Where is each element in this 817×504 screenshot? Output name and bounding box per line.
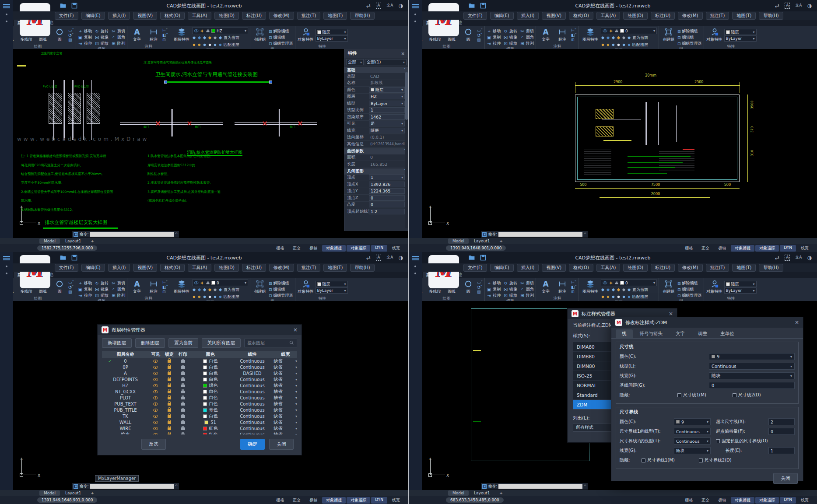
field-select[interactable]: 9▾	[709, 353, 795, 360]
visible-icon[interactable]	[153, 433, 158, 435]
region-tool-icon[interactable]: ◧˅	[571, 33, 577, 37]
object-properties-button[interactable]: 对象特性	[706, 27, 723, 42]
lock-icon[interactable]	[168, 366, 171, 369]
lock-icon[interactable]	[168, 427, 171, 430]
layer-lineweight[interactable]: 缺省▾	[274, 431, 297, 434]
status-toggle[interactable]: 正交	[698, 245, 713, 252]
print-icon[interactable]	[181, 366, 185, 369]
layer-row[interactable]: PLOT白色Continuous缺省▾	[102, 395, 297, 401]
status-toggle[interactable]: 正交	[289, 245, 305, 252]
lock-icon[interactable]	[168, 372, 171, 375]
tool-modify[interactable]: ＋移动	[487, 28, 501, 34]
layer-color-cell[interactable]: 白色	[190, 388, 231, 395]
layer-linetype[interactable]: Continuous	[231, 432, 274, 435]
ellipse-tool-icon[interactable]: ◔˅	[477, 285, 483, 289]
selection-filter-select[interactable]: 全部(1)▾	[365, 59, 407, 65]
layer-color-cell[interactable]: 白色	[190, 413, 231, 419]
hatch-tool-icon[interactable]: ▨	[68, 290, 74, 294]
command-expand-icon[interactable]: ^	[175, 484, 178, 488]
layer-properties-button[interactable]: 图层特性	[172, 27, 191, 42]
menu-item[interactable]: 批注(T)	[706, 12, 729, 20]
print-icon[interactable]	[181, 409, 185, 412]
layer-tool-icon[interactable]	[197, 36, 201, 40]
object-properties-button[interactable]: 对象特性	[706, 279, 723, 294]
layer-tool-icon[interactable]	[208, 36, 212, 40]
tool-modify[interactable]: ◜圆角	[111, 287, 125, 292]
property-value[interactable]: 是▾	[369, 121, 405, 126]
table-tool-icon[interactable]: ⊞	[162, 290, 168, 294]
layer-row[interactable]: 给水红色Continuous缺省▾	[102, 431, 297, 434]
layer-tool-icon[interactable]	[203, 36, 207, 40]
layer-row[interactable]: A白色DASHED缺省▾	[102, 370, 297, 376]
object-properties-button[interactable]: 对象特性	[297, 279, 315, 294]
tool-modify[interactable]: ◜圆角	[520, 287, 534, 292]
property-value[interactable]: 随层▾	[369, 128, 405, 133]
group-tool[interactable]: ⊟编组管理器	[269, 293, 293, 298]
select-text-icon[interactable]: A	[785, 255, 790, 261]
lock-icon[interactable]	[168, 415, 171, 418]
layer-tool-icon[interactable]	[617, 43, 621, 47]
dialog-tab[interactable]: 主单位	[714, 329, 740, 338]
status-toggle[interactable]: 极轴	[714, 245, 730, 252]
property-value[interactable]: 1.2	[369, 209, 405, 214]
layer-select[interactable]: 0▾	[192, 280, 248, 286]
command-input[interactable]	[498, 484, 582, 489]
sync-icon[interactable]: ⇄	[366, 3, 371, 9]
tool-modify[interactable]: ⊡缩放	[503, 293, 517, 298]
layer-tool-icon[interactable]	[606, 43, 610, 47]
menu-item[interactable]: 文件(F)	[463, 12, 487, 20]
set-current-layer-button[interactable]: 置为当前	[224, 35, 239, 41]
select-text-icon[interactable]: A	[785, 3, 790, 9]
layer-lineweight[interactable]: 缺省▾	[274, 395, 297, 401]
layer-tool-icon[interactable]	[218, 288, 222, 292]
set-current-layer-button[interactable]: 置为当前	[632, 287, 648, 293]
layer-color-cell[interactable]: 红色	[190, 425, 231, 431]
drawing-canvas[interactable]: △X2900250020mm500750050020003500370310	[422, 49, 817, 231]
menu-item[interactable]: 修改(M)	[269, 12, 294, 20]
visible-icon[interactable]	[153, 366, 158, 369]
layer-linetype[interactable]: Continuous	[231, 365, 274, 370]
layout-tab[interactable]: Model	[39, 490, 60, 496]
panel-section-header[interactable]: 基础˄	[344, 66, 408, 73]
layer-lineweight[interactable]: 缺省▾	[274, 388, 297, 395]
rectangle-tool-icon[interactable]: ▭˅	[477, 28, 483, 32]
status-toggle[interactable]: 对象追踪	[347, 245, 370, 252]
status-toggle[interactable]: 栅格	[272, 497, 288, 504]
object-linetype-select[interactable]: ByLayer▾	[316, 35, 348, 42]
layout-tab[interactable]: +	[86, 238, 98, 244]
layer-color-cell[interactable]: 白色	[190, 364, 231, 370]
layout-tab[interactable]: +	[495, 490, 507, 496]
layer-lineweight[interactable]: 缺省▾	[274, 407, 297, 413]
layer-tool-icon[interactable]	[218, 36, 222, 40]
visible-icon[interactable]	[153, 384, 158, 387]
print-icon[interactable]	[181, 434, 185, 435]
layer-tool-icon[interactable]	[627, 288, 631, 292]
menu-item[interactable]: 工具(A)	[596, 264, 621, 272]
layer-linetype[interactable]: Continuous	[231, 359, 274, 364]
layer-tool-icon[interactable]	[606, 36, 610, 40]
layer-row[interactable]: 0P白色Continuous缺省▾	[102, 364, 297, 370]
object-properties-button[interactable]: 对象特性	[297, 27, 315, 42]
leader-tool-icon[interactable]: ⊢˅	[162, 280, 168, 284]
checkbox[interactable]: 尺寸界线1(M)	[642, 457, 675, 463]
sync-icon[interactable]: ⇄	[366, 255, 371, 261]
print-icon[interactable]	[181, 372, 185, 375]
layer-tool-icon[interactable]	[627, 36, 631, 40]
tool-modify[interactable]: ⇥拉伸	[78, 41, 92, 46]
object-linetype-select[interactable]: ByLayer▾	[724, 287, 757, 294]
property-value[interactable]: 1462	[369, 114, 405, 120]
lock-icon[interactable]	[168, 403, 171, 406]
layer-tool-icon[interactable]	[622, 288, 626, 292]
group-tool[interactable]: ⊟编组管理器	[677, 293, 702, 298]
tool-modify[interactable]: ◜圆角	[520, 35, 534, 40]
tool-modify[interactable]: ⇥拉伸	[78, 293, 92, 298]
layout-tab[interactable]: Layout1	[61, 490, 85, 496]
layer-color-cell[interactable]: 51	[190, 420, 231, 425]
lock-icon[interactable]	[168, 360, 171, 363]
layer-row[interactable]: ✓0白色Continuous缺省▾	[102, 358, 297, 364]
tool-modify[interactable]: ✂剪切	[111, 280, 125, 286]
dialog-titlebar[interactable]: M图层特性管理器×	[98, 325, 302, 335]
layer-tool-icon[interactable]	[203, 43, 207, 47]
object-color-select[interactable]: 随层▾	[724, 29, 757, 35]
tool-dimension[interactable]: 标注	[146, 27, 161, 42]
